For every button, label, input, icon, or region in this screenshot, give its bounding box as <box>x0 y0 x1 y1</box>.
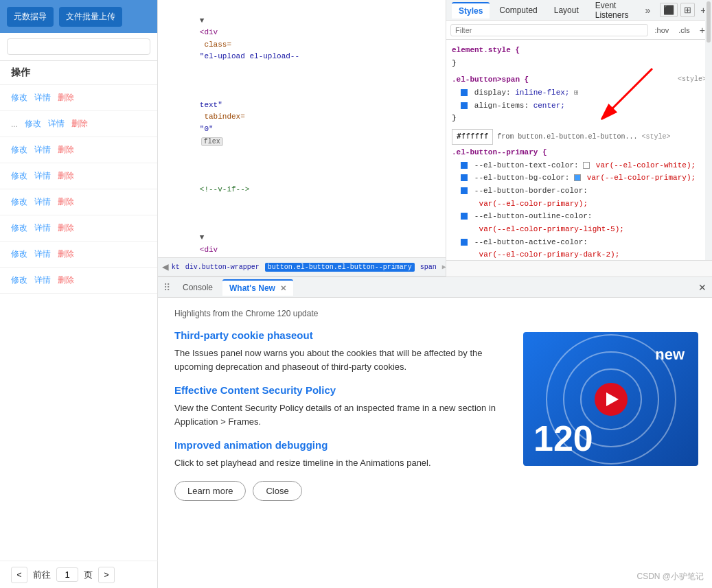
close-btn[interactable]: Close <box>253 481 301 501</box>
prop-checkbox[interactable] <box>461 213 468 220</box>
play-icon <box>606 392 619 406</box>
toggle-element-state-btn[interactable]: ⬛ <box>660 3 678 17</box>
top-bar: 元数据导 文件批量上传 <box>0 0 157 33</box>
edit-link[interactable]: 修改 <box>11 222 27 234</box>
el-button-primary-source[interactable]: <style> <box>641 131 670 143</box>
metadata-btn[interactable]: 元数据导 <box>7 7 54 27</box>
delete-link[interactable]: 删除 <box>58 222 74 234</box>
video-new-label: new <box>655 346 685 364</box>
breadcrumb-item-span[interactable]: span <box>420 263 437 271</box>
prop-checkbox[interactable] <box>461 239 468 246</box>
delete-link[interactable]: 删除 <box>58 196 74 208</box>
delete-link[interactable]: 删除 <box>71 118 88 130</box>
devtools-panel: ▼ <div class= "el-upload el-upload-- tex… <box>158 0 712 588</box>
dom-content[interactable]: ▼ <div class= "el-upload el-upload-- tex… <box>158 0 446 260</box>
styles-scrollbar[interactable] <box>705 0 712 261</box>
detail-link[interactable]: 详情 <box>34 170 51 182</box>
detail-link[interactable]: 详情 <box>34 222 51 234</box>
edit-link[interactable]: 修改 <box>11 92 27 104</box>
ellipsis: ... <box>11 119 18 129</box>
style-var: var(--el-color-white); <box>596 161 696 169</box>
buttons-row: Learn more Close <box>174 481 696 501</box>
play-button[interactable] <box>595 383 628 416</box>
batch-upload-btn[interactable]: 文件批量上传 <box>59 7 122 27</box>
collapse-arrow[interactable]: ▼ <box>200 16 205 25</box>
detail-link[interactable]: 详情 <box>34 196 51 208</box>
prop-checkbox[interactable] <box>461 187 468 194</box>
section-text-2: View the Content Security Policy details… <box>174 401 511 428</box>
delete-link[interactable]: 删除 <box>58 144 74 156</box>
detail-link[interactable]: 详情 <box>34 274 51 286</box>
prev-page-btn[interactable]: < <box>11 567 27 583</box>
prop-checkbox[interactable] <box>461 174 468 181</box>
table-row: 修改 详情 删除 <box>0 215 157 242</box>
style-var: var(--el-color-primary-dark-2); <box>479 250 620 259</box>
whats-new-close-icon[interactable]: ✕ <box>280 284 286 292</box>
search-bar <box>0 33 157 61</box>
page-input[interactable] <box>56 567 78 582</box>
el-button-primary-rule: .el-button--primary { --el-button-text-c… <box>452 146 707 260</box>
filter-input[interactable] <box>450 24 648 36</box>
from-comment: from button.el-button.el-button... <box>497 131 637 143</box>
learn-more-btn[interactable]: Learn more <box>174 481 246 501</box>
table-header: 操作 <box>0 61 157 85</box>
style-value: center; <box>533 102 565 110</box>
prop-checkbox[interactable] <box>461 102 468 109</box>
table-row: 修改 详情 删除 <box>0 163 157 189</box>
whats-new-label: What's New <box>229 283 275 293</box>
search-input[interactable] <box>7 38 150 55</box>
el-button-span-source[interactable]: <style> <box>678 73 707 85</box>
section-text-3: Click to set playhead and resize timelin… <box>174 456 511 470</box>
collapse-arrow[interactable]: ▼ <box>200 233 205 242</box>
breadcrumb-item-kt[interactable]: kt <box>172 263 180 271</box>
video-inner: new 120 <box>523 332 698 466</box>
video-thumbnail[interactable]: new 120 <box>523 332 698 466</box>
delete-link[interactable]: 删除 <box>58 274 74 286</box>
tab-more[interactable]: » <box>638 2 657 19</box>
edit-link[interactable]: 修改 <box>11 274 27 286</box>
bottom-tabs: ⠿ Console What's New ✕ ✕ <box>158 277 712 298</box>
tab-layout[interactable]: Layout <box>547 3 586 18</box>
hov-btn[interactable]: :hov <box>652 25 672 36</box>
color-swatch[interactable] <box>583 162 590 169</box>
tab-computed[interactable]: Computed <box>492 3 544 18</box>
breadcrumb-nav-left[interactable]: ◀ <box>162 260 169 274</box>
whats-new-content: Highlights from the Chrome 120 update ne… <box>158 298 712 588</box>
delete-link[interactable]: 删除 <box>58 92 74 104</box>
edit-link[interactable]: 修改 <box>11 248 27 260</box>
edit-link[interactable]: 修改 <box>11 196 27 208</box>
tab-event-listeners[interactable]: Event Listeners <box>588 0 636 23</box>
app-panel: 元数据导 文件批量上传 操作 修改 详情 删除 ... 修改 详情 删除 修改 … <box>0 0 158 588</box>
tab-console[interactable]: Console <box>176 280 220 295</box>
detail-link[interactable]: 详情 <box>34 92 51 104</box>
cls-btn[interactable]: .cls <box>676 25 693 36</box>
toggle-classes-btn[interactable]: ⊞ <box>680 3 695 17</box>
tab-styles[interactable]: Styles <box>452 2 490 19</box>
detail-link[interactable]: 详情 <box>34 248 51 260</box>
delete-link[interactable]: 删除 <box>58 170 74 182</box>
element-style-close: } <box>452 59 457 67</box>
breadcrumb-item-button[interactable]: button.el-button.el-button--primary <box>265 263 415 272</box>
edit-link[interactable]: 修改 <box>11 144 27 156</box>
detail-link[interactable]: 详情 <box>34 144 51 156</box>
breadcrumb-item-div[interactable]: div.button-wrapper <box>185 263 260 271</box>
color-swatch[interactable] <box>574 174 581 181</box>
style-var: var(--el-color-primary-light-5); <box>479 225 624 233</box>
edit-link[interactable]: 修改 <box>11 170 27 182</box>
panel-close-btn[interactable]: ✕ <box>698 282 707 293</box>
element-style-block: element.style { } <box>452 44 707 69</box>
breadcrumb-expand-icon[interactable]: ▶ <box>442 263 446 271</box>
page-label: 页 <box>84 569 93 581</box>
prop-checkbox[interactable] <box>461 162 468 169</box>
delete-link[interactable]: 删除 <box>58 248 74 260</box>
prop-checkbox[interactable] <box>461 89 468 96</box>
next-page-btn[interactable]: > <box>98 567 115 583</box>
styles-content[interactable]: element.style { } .el-button>span { <sty… <box>446 40 712 260</box>
tab-whats-new[interactable]: What's New ✕ <box>222 279 293 296</box>
style-prop: align-items: <box>474 102 529 110</box>
drag-handle[interactable]: ⠿ <box>163 282 170 293</box>
detail-link[interactable]: 详情 <box>48 118 65 130</box>
edit-link[interactable]: 修改 <box>25 118 41 130</box>
style-prop: --el-button-border-color: <box>474 187 588 195</box>
bottom-panel: ⠿ Console What's New ✕ ✕ Highlights from… <box>158 277 712 588</box>
